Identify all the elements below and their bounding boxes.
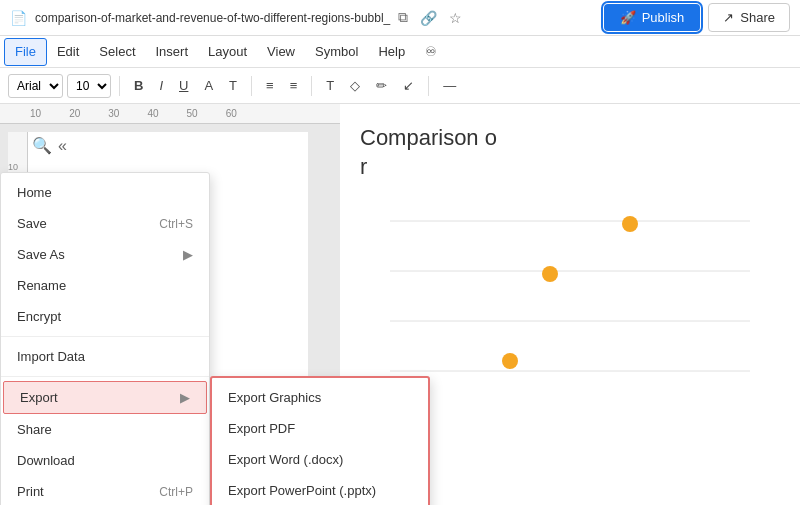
bold-button[interactable]: B — [128, 75, 149, 96]
menu-export[interactable]: Export ▶ — [3, 381, 207, 414]
export-pdf-label: Export PDF — [228, 421, 295, 436]
menu-rename-label: Rename — [17, 278, 66, 293]
menu-share[interactable]: Share — [1, 414, 209, 445]
menu-export-label: Export — [20, 390, 58, 405]
svg-point-13 — [622, 216, 638, 232]
link-icon[interactable]: 🔗 — [420, 10, 437, 26]
ruler-horizontal: 10 20 30 40 50 60 — [0, 104, 340, 124]
italic-button[interactable]: I — [153, 75, 169, 96]
main-area: 10 20 30 40 50 60 10 20 30 40 50 🔍 « — [0, 104, 800, 505]
menu-layout[interactable]: Layout — [198, 38, 257, 66]
export-submenu: Export Graphics Export PDF Export Word (… — [210, 376, 430, 505]
menu-rename[interactable]: Rename — [1, 270, 209, 301]
chart-title-line1: Comparison o — [360, 125, 497, 150]
export-word-label: Export Word (.docx) — [228, 452, 343, 467]
toolbar-sep-4 — [428, 76, 429, 96]
menu-save-as[interactable]: Save As ▶ — [1, 239, 209, 270]
text-button[interactable]: T — [223, 75, 243, 96]
file-menu: Home Save Ctrl+S Save As ▶ Rename Encryp… — [0, 172, 210, 505]
ruler-mark: 10 — [30, 108, 41, 119]
menu-share-label: Share — [17, 422, 52, 437]
font-family-select[interactable]: Arial — [8, 74, 63, 98]
export-pptx-label: Export PowerPoint (.pptx) — [228, 483, 376, 498]
menu-save-label: Save — [17, 216, 47, 231]
menu-save[interactable]: Save Ctrl+S — [1, 208, 209, 239]
export-pptx[interactable]: Export PowerPoint (.pptx) — [212, 475, 428, 505]
menu-view[interactable]: View — [257, 38, 305, 66]
menu-print-label: Print — [17, 484, 44, 499]
toolbar-sep-1 — [119, 76, 120, 96]
menu-encrypt-label: Encrypt — [17, 309, 61, 324]
connector-button[interactable]: ↙ — [397, 75, 420, 96]
underline-button[interactable]: U — [173, 75, 194, 96]
ruler-mark: 60 — [226, 108, 237, 119]
line-button[interactable]: — — [437, 75, 462, 96]
menu-help[interactable]: Help — [368, 38, 415, 66]
menu-import-data[interactable]: Import Data — [1, 341, 209, 372]
toolbar-sep-3 — [311, 76, 312, 96]
align-left-button[interactable]: ≡ — [260, 75, 280, 96]
menu-insert[interactable]: Insert — [146, 38, 199, 66]
save-shortcut: Ctrl+S — [159, 217, 193, 231]
export-pdf[interactable]: Export PDF — [212, 413, 428, 444]
menu-download[interactable]: Download — [1, 445, 209, 476]
title-icons: ⧉ 🔗 ☆ — [398, 9, 462, 26]
title-text: comparison-of-market-and-revenue-of-two-… — [35, 11, 390, 25]
pen-button[interactable]: ✏ — [370, 75, 393, 96]
menu-download-label: Download — [17, 453, 75, 468]
title-bar-left: 📄 comparison-of-market-and-revenue-of-tw… — [10, 9, 462, 26]
toolbar-sep-2 — [251, 76, 252, 96]
menu-encrypt[interactable]: Encrypt — [1, 301, 209, 332]
export-word[interactable]: Export Word (.docx) — [212, 444, 428, 475]
print-shortcut: Ctrl+P — [159, 485, 193, 499]
chart-title-line2: r — [360, 154, 367, 179]
menu-bar: File Edit Select Insert Layout View Symb… — [0, 36, 800, 68]
menu-file[interactable]: File — [4, 38, 47, 66]
font-color-button[interactable]: A — [198, 75, 219, 96]
export-graphics[interactable]: Export Graphics — [212, 382, 428, 413]
title-bar: 📄 comparison-of-market-and-revenue-of-tw… — [0, 0, 800, 36]
menu-symbol[interactable]: Symbol — [305, 38, 368, 66]
menu-save-as-label: Save As — [17, 247, 65, 262]
star-icon[interactable]: ☆ — [449, 10, 462, 26]
menu-print[interactable]: Print Ctrl+P — [1, 476, 209, 505]
ruler-mark: 50 — [187, 108, 198, 119]
chart-title: Comparison o r — [340, 104, 527, 191]
svg-point-14 — [502, 353, 518, 369]
ruler-mark: 30 — [108, 108, 119, 119]
save-as-arrow: ▶ — [183, 247, 193, 262]
dropdown-overlay: Home Save Ctrl+S Save As ▶ Rename Encryp… — [0, 172, 210, 505]
menu-import-label: Import Data — [17, 349, 85, 364]
menu-sep-2 — [1, 376, 209, 377]
share-button[interactable]: ↗ Share — [708, 3, 790, 32]
publish-label: Publish — [642, 10, 685, 25]
menu-edit[interactable]: Edit — [47, 38, 89, 66]
menu-extra[interactable]: ♾ — [415, 38, 447, 66]
export-arrow: ▶ — [180, 390, 190, 405]
text-box-button[interactable]: T — [320, 75, 340, 96]
menu-sep-1 — [1, 336, 209, 337]
ruler-mark: 20 — [69, 108, 80, 119]
menu-home-label: Home — [17, 185, 52, 200]
copy-icon[interactable]: ⧉ — [398, 9, 408, 26]
chart-svg: 90 80 60 40 — [390, 191, 770, 451]
share-icon: ↗ — [723, 10, 734, 25]
ruler-mark: 40 — [147, 108, 158, 119]
menu-home[interactable]: Home — [1, 177, 209, 208]
share-label: Share — [740, 10, 775, 25]
toolbar: Arial 10 B I U A T ≡ ≡ T ◇ ✏ ↙ — — [0, 68, 800, 104]
menu-select[interactable]: Select — [89, 38, 145, 66]
font-size-select[interactable]: 10 — [67, 74, 111, 98]
fill-button[interactable]: ◇ — [344, 75, 366, 96]
publish-button[interactable]: 🚀 Publish — [604, 4, 701, 31]
page-icon: 📄 — [10, 10, 27, 26]
export-graphics-label: Export Graphics — [228, 390, 321, 405]
publish-icon: 🚀 — [620, 10, 636, 25]
title-bar-right: 🚀 Publish ↗ Share — [604, 3, 790, 32]
align-center-button[interactable]: ≡ — [284, 75, 304, 96]
svg-point-12 — [542, 266, 558, 282]
